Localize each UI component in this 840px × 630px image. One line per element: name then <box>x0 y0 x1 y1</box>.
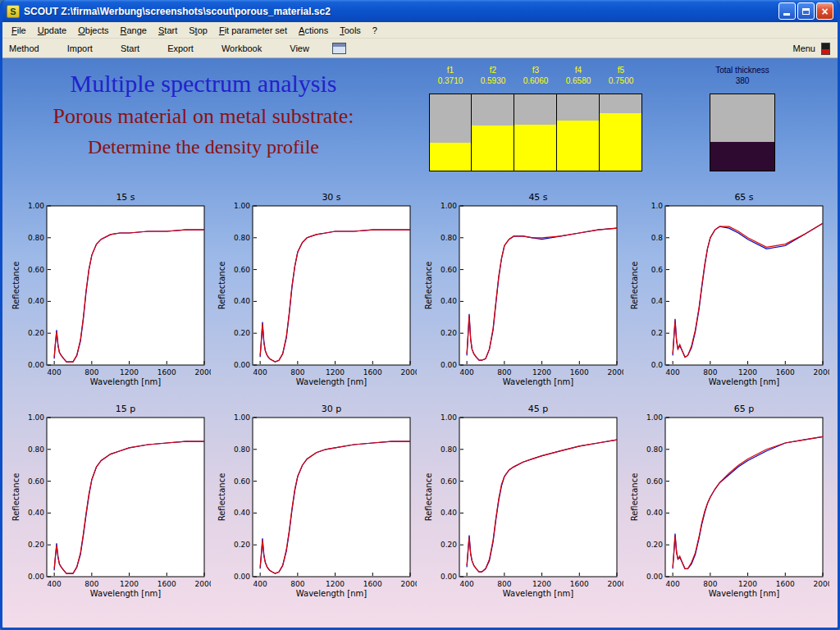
menu-tools[interactable]: Tools <box>334 24 367 37</box>
svg-text:0.80: 0.80 <box>441 445 457 454</box>
fit-parameter-value: 0.7500 <box>609 75 634 86</box>
fit-parameter-f2: f20.5930 <box>472 65 514 171</box>
menu-file[interactable]: File <box>6 24 32 37</box>
svg-text:1200: 1200 <box>120 368 139 377</box>
menu-actions[interactable]: Actions <box>293 24 334 37</box>
svg-text:0.80: 0.80 <box>234 445 250 454</box>
spectrum-chart-65-s[interactable]: 65 sReflectanceWavelength [nm]0.00.20.40… <box>628 191 832 388</box>
svg-text:0.6: 0.6 <box>651 266 664 274</box>
svg-text:1600: 1600 <box>570 580 589 588</box>
svg-text:0.20: 0.20 <box>234 329 250 337</box>
menu-update[interactable]: Update <box>32 24 72 37</box>
chart-title: 45 p <box>528 404 548 414</box>
menu-stop[interactable]: Stop <box>183 24 213 37</box>
svg-text:1200: 1200 <box>326 580 345 588</box>
svg-text:0.40: 0.40 <box>646 509 663 517</box>
svg-text:2000: 2000 <box>814 580 829 588</box>
titlebar[interactable]: S SCOUT Z:\firma\Werbung\screenshots\sco… <box>2 0 838 22</box>
svg-text:1.00: 1.00 <box>28 202 44 210</box>
fit-parameter-f5: f50.7500 <box>600 65 642 171</box>
maximize-button[interactable] <box>797 2 815 20</box>
chart-title: 65 s <box>735 192 754 203</box>
svg-text:0.80: 0.80 <box>441 234 457 242</box>
minimize-button[interactable] <box>778 2 796 20</box>
menu-start[interactable]: Start <box>153 24 183 37</box>
fit-parameter-f3: f30.6060 <box>514 65 557 171</box>
spectrum-chart-30-p[interactable]: 30 pReflectanceWavelength [nm]0.000.200.… <box>216 403 419 600</box>
spectrum-chart-15-s[interactable]: 15 sReflectanceWavelength [nm]0.000.200.… <box>9 191 212 388</box>
fit-parameter-bar <box>557 94 600 171</box>
subtitle-1: Porous material on metal substrate: <box>11 104 396 129</box>
toolbar-import[interactable]: Import <box>61 41 99 56</box>
y-axis-label: Reflectance <box>424 262 433 310</box>
x-axis-label: Wavelength [nm] <box>90 589 161 598</box>
spectrum-chart-65-p[interactable]: 65 pReflectanceWavelength [nm]0.000.200.… <box>628 403 832 600</box>
svg-text:0.00: 0.00 <box>441 573 457 581</box>
subtitle-2: Determine the density profile <box>11 136 396 158</box>
svg-text:2000: 2000 <box>814 368 829 377</box>
window-title: SCOUT Z:\firma\Werbung\screenshots\scout… <box>24 6 774 17</box>
menu-objects[interactable]: Objects <box>72 24 114 37</box>
main-area: Multiple spectrum analysis Porous materi… <box>2 58 838 628</box>
svg-text:0.20: 0.20 <box>646 541 663 549</box>
fit-parameter-value: 0.6580 <box>566 75 591 86</box>
menu-range[interactable]: Range <box>115 24 153 37</box>
fit-parameter-name: f1 <box>447 65 454 75</box>
svg-text:2000: 2000 <box>194 368 210 377</box>
y-axis-label: Reflectance <box>630 473 639 522</box>
spectrum-chart-30-s[interactable]: 30 sReflectanceWavelength [nm]0.000.200.… <box>216 191 419 388</box>
menu-toggle-button[interactable]: Menu <box>792 43 815 53</box>
y-axis-label: Reflectance <box>11 473 21 522</box>
fit-parameter-bar-fill <box>430 143 471 171</box>
fit-parameter-value: 0.3710 <box>438 75 463 86</box>
svg-text:1.00: 1.00 <box>441 413 457 422</box>
toolbar-method[interactable]: Method <box>2 41 46 56</box>
status-indicator-icon <box>821 43 830 55</box>
menu-fit-parameter-set[interactable]: Fit parameter set <box>213 24 293 37</box>
close-button[interactable]: × <box>816 2 833 20</box>
fit-parameter-value: 0.5930 <box>481 75 506 86</box>
y-axis-label: Reflectance <box>424 473 433 522</box>
svg-text:0.60: 0.60 <box>28 266 44 274</box>
svg-text:400: 400 <box>459 368 473 377</box>
toolbar-export[interactable]: Export <box>161 41 200 56</box>
thickness-bar-fill <box>710 142 774 171</box>
spectrum-chart-15-p[interactable]: 15 pReflectanceWavelength [nm]0.000.200.… <box>9 403 212 600</box>
spectra-grid: 15 sReflectanceWavelength [nm]0.000.200.… <box>2 181 838 600</box>
chart-title: 65 p <box>734 404 754 414</box>
svg-text:0.00: 0.00 <box>234 361 250 369</box>
thickness-bar <box>710 94 775 171</box>
scout-window: S SCOUT Z:\firma\Werbung\screenshots\sco… <box>0 0 840 630</box>
chart-canvas: 15 pReflectanceWavelength [nm]0.000.200.… <box>11 403 211 600</box>
svg-text:0.00: 0.00 <box>441 361 457 369</box>
toolbar-view[interactable]: View <box>283 41 316 56</box>
chart-title: 45 s <box>528 192 547 203</box>
svg-text:800: 800 <box>704 580 718 588</box>
toolbar-start[interactable]: Start <box>114 41 146 56</box>
svg-text:0.40: 0.40 <box>28 509 44 517</box>
toolbar-workbook[interactable]: Workbook <box>215 41 268 56</box>
display-icon[interactable] <box>332 43 346 54</box>
app-icon: S <box>7 5 20 18</box>
svg-text:0.40: 0.40 <box>441 297 457 305</box>
svg-text:1.00: 1.00 <box>234 413 250 422</box>
fit-parameter-bar <box>472 94 514 171</box>
svg-text:0.20: 0.20 <box>234 541 250 549</box>
menu-[interactable]: ? <box>367 24 383 37</box>
x-axis-label: Wavelength [nm] <box>709 377 779 386</box>
svg-text:800: 800 <box>497 368 511 377</box>
svg-text:0.60: 0.60 <box>441 266 457 274</box>
spectrum-chart-45-s[interactable]: 45 sReflectanceWavelength [nm]0.000.200.… <box>422 191 625 388</box>
fit-parameter-bar-fill <box>514 125 556 171</box>
svg-text:2000: 2000 <box>401 580 417 588</box>
spectrum-chart-45-p[interactable]: 45 pReflectanceWavelength [nm]0.000.200.… <box>422 403 625 600</box>
svg-text:0.00: 0.00 <box>646 573 663 581</box>
svg-text:800: 800 <box>84 368 98 377</box>
y-axis-label: Reflectance <box>217 473 226 522</box>
svg-text:0.40: 0.40 <box>234 297 250 305</box>
page-title: Multiple spectrum analysis <box>11 70 396 98</box>
svg-text:400: 400 <box>253 368 267 377</box>
chart-title: 30 s <box>322 192 341 203</box>
chart-canvas: 45 pReflectanceWavelength [nm]0.000.200.… <box>423 403 623 600</box>
svg-text:1200: 1200 <box>738 368 757 377</box>
